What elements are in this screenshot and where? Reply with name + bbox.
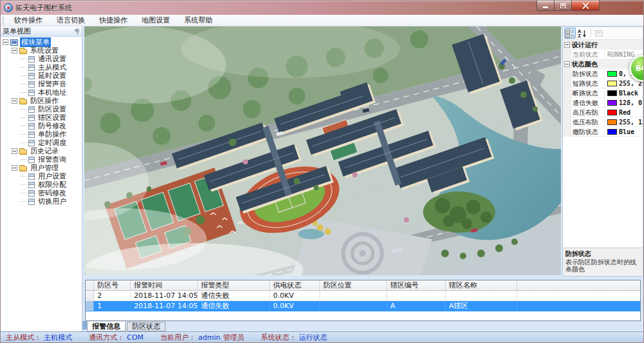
tree-item[interactable]: 切换用户 bbox=[1, 197, 82, 206]
collapse-icon[interactable] bbox=[564, 61, 570, 67]
tab-0[interactable]: 报警信息 bbox=[87, 322, 126, 331]
property-description: 防拆状态 表示防区防拆状态时的线条颜色 bbox=[563, 248, 643, 276]
table-cell-filler bbox=[517, 291, 640, 300]
table-row[interactable]: 22018-11-07 14:05:42通信失败0.0KV bbox=[86, 291, 640, 301]
column-header[interactable]: 辖区编号 bbox=[387, 280, 446, 290]
alphabetical-sort-icon[interactable]: A Z bbox=[576, 28, 588, 39]
tree-connector bbox=[21, 201, 26, 202]
form-icon bbox=[28, 132, 35, 138]
collapse-icon[interactable] bbox=[12, 165, 17, 171]
color-swatch bbox=[607, 129, 617, 135]
form-icon bbox=[28, 64, 35, 71]
menu-bar: 软件操作语言切换快捷操作地图设置系统帮助 bbox=[1, 15, 643, 26]
restore-icon bbox=[560, 3, 566, 8]
table-cell: 0.0KV bbox=[270, 301, 320, 311]
categorized-icon[interactable] bbox=[564, 28, 576, 39]
collapse-icon[interactable] bbox=[12, 148, 17, 154]
column-header[interactable]: 防区号 bbox=[94, 280, 131, 290]
table-cell: 通信失败 bbox=[198, 301, 270, 311]
property-name: 低压布防 bbox=[571, 117, 605, 126]
status-value: 主机模式 bbox=[44, 333, 72, 342]
row-header-cell bbox=[86, 301, 94, 311]
minimize-icon bbox=[543, 6, 548, 8]
property-name: 高压布防 bbox=[571, 108, 605, 117]
property-row[interactable]: 低压布防255, 128, 0 bbox=[563, 117, 643, 127]
tree-connector bbox=[21, 134, 26, 135]
property-description-title: 防拆状态 bbox=[565, 250, 640, 259]
color-swatch bbox=[607, 100, 617, 106]
menu-item-0[interactable]: 软件操作 bbox=[7, 15, 50, 26]
property-name: 通信失败 bbox=[571, 98, 605, 107]
table-cell bbox=[320, 291, 387, 300]
tab-1[interactable]: 防区状态 bbox=[127, 322, 166, 331]
color-swatch bbox=[607, 71, 617, 77]
status-value: 运行状态 bbox=[299, 333, 327, 342]
status-segment: 系统状态：运行状态 bbox=[261, 333, 327, 342]
tree-connector bbox=[21, 142, 26, 143]
status-suffix: 管理员 bbox=[223, 333, 244, 342]
tree-connector bbox=[21, 176, 26, 177]
property-name: 短路状态 bbox=[571, 79, 605, 88]
window-title: 拓天电子围栏系统 bbox=[15, 3, 72, 13]
title-bar[interactable]: 拓天电子围栏系统 bbox=[1, 1, 643, 15]
property-name: 撤防状态 bbox=[571, 127, 605, 136]
property-row[interactable]: 高压布防Red bbox=[563, 108, 643, 117]
tree-connector bbox=[21, 109, 26, 110]
table-cell: 2018-11-07 14:05:42 bbox=[131, 301, 198, 311]
property-description-text: 表示防区防拆状态时的线条颜色 bbox=[565, 259, 640, 273]
form-icon bbox=[28, 199, 35, 205]
property-pages-icon bbox=[593, 28, 605, 39]
window-controls bbox=[537, 1, 600, 11]
form-icon bbox=[28, 190, 35, 197]
column-header[interactable]: 防区位置 bbox=[320, 280, 387, 290]
form-icon bbox=[28, 123, 35, 130]
minimize-button[interactable] bbox=[536, 1, 554, 11]
tree-connector bbox=[21, 159, 26, 160]
form-icon bbox=[28, 157, 35, 163]
form-icon bbox=[28, 90, 35, 96]
menu-item-4[interactable]: 系统帮助 bbox=[177, 15, 220, 26]
collapse-icon[interactable] bbox=[12, 48, 17, 54]
status-label: 主从模式： bbox=[6, 333, 41, 342]
close-button[interactable] bbox=[571, 1, 600, 11]
pin-icon[interactable] bbox=[73, 28, 80, 35]
column-header[interactable]: 报警类型 bbox=[198, 280, 270, 290]
table-cell: A bbox=[387, 301, 446, 311]
form-icon bbox=[28, 140, 35, 146]
column-header-filler bbox=[517, 280, 640, 290]
menu-item-2[interactable]: 快捷操作 bbox=[92, 15, 135, 26]
property-name: 防拆状态 bbox=[571, 69, 605, 78]
menu-grip-icon bbox=[3, 17, 4, 24]
toolbar-separator bbox=[591, 29, 591, 37]
column-header[interactable]: 供电状态 bbox=[270, 280, 320, 290]
collapse-icon[interactable] bbox=[12, 98, 17, 104]
property-category[interactable]: 设计运行 bbox=[563, 40, 643, 50]
computer-icon bbox=[10, 39, 18, 46]
form-icon bbox=[28, 73, 35, 79]
row-header-cell bbox=[86, 280, 94, 290]
tree-connector bbox=[21, 117, 26, 118]
column-header[interactable]: 辖区名称 bbox=[446, 280, 517, 290]
property-row[interactable]: 短路状态255, 255, 128 bbox=[563, 79, 643, 88]
table-row[interactable]: 12018-11-07 14:05:42通信失败0.0KVAA辖区 bbox=[86, 301, 640, 311]
property-row[interactable]: 通信失败128, 0, 255 bbox=[563, 98, 643, 108]
tree-item-label: 切换用户 bbox=[37, 197, 68, 206]
restore-button[interactable] bbox=[554, 1, 572, 11]
column-header[interactable]: 报警时间 bbox=[131, 280, 198, 290]
app-icon bbox=[4, 3, 13, 12]
collapse-icon[interactable] bbox=[564, 42, 570, 48]
menu-item-1[interactable]: 语言切换 bbox=[50, 15, 92, 26]
property-grid: 设计运行当前状态RUNNING状态颜色防拆状态0, 255, 64短路状态255… bbox=[563, 40, 643, 137]
menu-item-3[interactable]: 地图设置 bbox=[135, 15, 177, 26]
collapse-icon[interactable] bbox=[3, 39, 8, 45]
alarm-table-header: 防区号报警时间报警类型供电状态防区位置辖区编号辖区名称 bbox=[86, 280, 640, 291]
property-row[interactable]: 断路状态Black bbox=[563, 88, 643, 98]
property-row[interactable]: 撤防状态Blue bbox=[563, 127, 643, 137]
status-bar: 主从模式：主机模式通讯方式：COM当前用户：admin管理员系统状态：运行状态 bbox=[1, 331, 643, 342]
campus-map[interactable] bbox=[84, 26, 561, 275]
property-row[interactable]: 当前状态RUNNING bbox=[563, 50, 643, 59]
form-icon bbox=[28, 182, 35, 188]
tree-connector bbox=[21, 193, 26, 193]
table-cell: 通信失败 bbox=[198, 291, 270, 300]
table-cell: A辖区 bbox=[446, 301, 517, 311]
